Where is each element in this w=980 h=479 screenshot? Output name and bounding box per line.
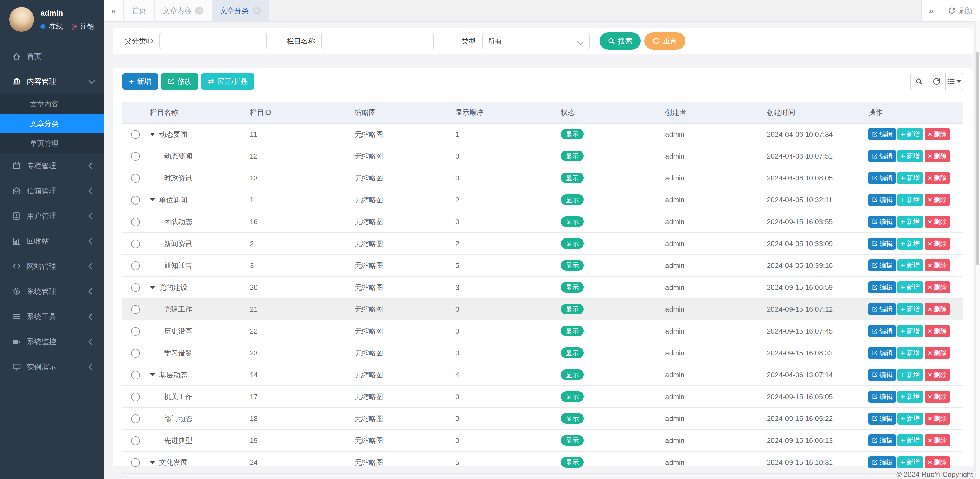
row-edit-button[interactable]: 编辑 bbox=[869, 259, 896, 272]
row-delete-button[interactable]: ×删除 bbox=[924, 194, 950, 206]
sidebar-item-content-mgmt[interactable]: 内容管理 bbox=[0, 69, 104, 94]
close-tab-icon[interactable]: × bbox=[195, 6, 203, 15]
row-radio[interactable] bbox=[131, 218, 140, 226]
row-radio[interactable] bbox=[131, 196, 140, 205]
sidebar-item-recycle-bin[interactable]: 回收站 bbox=[0, 229, 104, 254]
sidebar-subitem-article-content[interactable]: 文章内容 bbox=[0, 94, 104, 114]
row-edit-button[interactable]: 编辑 bbox=[869, 172, 896, 184]
caret-down-icon[interactable] bbox=[150, 461, 155, 464]
row-delete-button[interactable]: ×删除 bbox=[924, 150, 950, 162]
row-edit-button[interactable]: 编辑 bbox=[869, 369, 896, 381]
tab-home[interactable]: 首页 bbox=[124, 0, 155, 21]
row-edit-button[interactable]: 编辑 bbox=[869, 216, 896, 228]
category-name-input[interactable] bbox=[321, 33, 434, 49]
scrollbar-track[interactable] bbox=[975, 21, 980, 479]
row-delete-button[interactable]: ×删除 bbox=[924, 259, 950, 272]
row-edit-button[interactable]: 编辑 bbox=[869, 434, 896, 446]
row-delete-button[interactable]: ×删除 bbox=[924, 216, 950, 228]
reset-button[interactable]: 重置 bbox=[644, 32, 686, 50]
row-add-button[interactable]: +新增 bbox=[897, 456, 923, 468]
scrollbar-thumb[interactable] bbox=[976, 52, 980, 265]
row-radio[interactable] bbox=[131, 436, 140, 445]
sidebar-item-system-tools[interactable]: 系统工具 bbox=[0, 304, 104, 329]
row-edit-button[interactable]: 编辑 bbox=[869, 325, 896, 337]
caret-down-icon[interactable] bbox=[150, 373, 155, 377]
sidebar-item-home[interactable]: 首页 bbox=[0, 44, 104, 69]
row-add-button[interactable]: +新增 bbox=[897, 259, 923, 272]
parent-id-input[interactable] bbox=[159, 33, 267, 49]
row-delete-button[interactable]: ×删除 bbox=[924, 237, 950, 250]
row-edit-button[interactable]: 编辑 bbox=[869, 456, 896, 468]
add-button[interactable]: + 新增 bbox=[123, 73, 158, 90]
row-add-button[interactable]: +新增 bbox=[897, 237, 923, 250]
row-add-button[interactable]: +新增 bbox=[897, 369, 923, 381]
caret-down-icon[interactable] bbox=[150, 286, 155, 289]
row-radio[interactable] bbox=[131, 349, 140, 358]
row-add-button[interactable]: +新增 bbox=[897, 194, 923, 206]
row-add-button[interactable]: +新增 bbox=[897, 325, 923, 337]
row-radio[interactable] bbox=[131, 414, 140, 423]
sidebar-item-demo[interactable]: 实例演示 bbox=[0, 354, 104, 379]
search-button[interactable]: 搜索 bbox=[600, 32, 641, 50]
row-delete-button[interactable]: ×删除 bbox=[924, 369, 950, 381]
table-refresh-button[interactable] bbox=[928, 73, 945, 90]
row-edit-button[interactable]: 编辑 bbox=[869, 150, 896, 162]
refresh-tab-button[interactable]: 刷新 bbox=[941, 0, 980, 21]
row-delete-button[interactable]: ×删除 bbox=[924, 303, 950, 315]
row-add-button[interactable]: +新增 bbox=[897, 303, 923, 315]
caret-down-icon[interactable] bbox=[150, 198, 155, 202]
row-delete-button[interactable]: ×删除 bbox=[924, 128, 950, 140]
row-delete-button[interactable]: ×删除 bbox=[924, 172, 950, 184]
row-radio[interactable] bbox=[131, 261, 140, 270]
row-add-button[interactable]: +新增 bbox=[897, 434, 923, 446]
row-radio[interactable] bbox=[131, 130, 140, 139]
user-avatar[interactable] bbox=[9, 7, 34, 32]
row-add-button[interactable]: +新增 bbox=[897, 216, 923, 228]
row-edit-button[interactable]: 编辑 bbox=[869, 391, 896, 403]
sidebar-item-system-monitor[interactable]: 系统监控 bbox=[0, 329, 104, 354]
row-delete-button[interactable]: ×删除 bbox=[924, 281, 950, 293]
row-delete-button[interactable]: ×删除 bbox=[924, 456, 950, 468]
row-edit-button[interactable]: 编辑 bbox=[869, 194, 896, 206]
tabs-scroll-right-button[interactable]: » bbox=[921, 0, 941, 21]
logout-link[interactable]: 注销 bbox=[80, 22, 94, 31]
caret-down-icon[interactable] bbox=[150, 133, 155, 136]
row-add-button[interactable]: +新增 bbox=[897, 281, 923, 293]
row-radio[interactable] bbox=[131, 174, 140, 183]
close-tab-icon[interactable]: × bbox=[253, 6, 261, 15]
row-delete-button[interactable]: ×删除 bbox=[924, 347, 950, 359]
sidebar-item-website-mgmt[interactable]: 网站管理 bbox=[0, 254, 104, 279]
row-edit-button[interactable]: 编辑 bbox=[869, 347, 896, 359]
row-radio[interactable] bbox=[131, 393, 140, 401]
table-search-toggle-button[interactable] bbox=[910, 73, 928, 90]
tab-article-content[interactable]: 文章内容 × bbox=[155, 0, 212, 21]
table-columns-button[interactable] bbox=[945, 73, 963, 90]
sidebar-item-system-mgmt[interactable]: 系统管理 bbox=[0, 279, 104, 304]
row-radio[interactable] bbox=[131, 240, 140, 248]
row-add-button[interactable]: +新增 bbox=[897, 150, 923, 162]
row-edit-button[interactable]: 编辑 bbox=[869, 412, 896, 425]
row-radio[interactable] bbox=[131, 305, 140, 314]
row-add-button[interactable]: +新增 bbox=[897, 412, 923, 425]
type-select[interactable]: 所有 bbox=[482, 33, 590, 49]
row-delete-button[interactable]: ×删除 bbox=[924, 412, 950, 425]
tabs-scroll-left-button[interactable]: « bbox=[104, 0, 124, 21]
row-radio[interactable] bbox=[131, 371, 140, 379]
row-edit-button[interactable]: 编辑 bbox=[869, 303, 896, 315]
sidebar-item-column-mgmt[interactable]: 专栏管理 bbox=[0, 153, 104, 178]
sidebar-subitem-article-category[interactable]: 文章分类 bbox=[0, 114, 104, 134]
row-add-button[interactable]: +新增 bbox=[897, 347, 923, 359]
row-delete-button[interactable]: ×删除 bbox=[924, 391, 950, 403]
row-radio[interactable] bbox=[131, 152, 140, 161]
row-radio[interactable] bbox=[131, 283, 140, 292]
row-radio[interactable] bbox=[131, 327, 140, 336]
row-add-button[interactable]: +新增 bbox=[897, 128, 923, 140]
sidebar-item-mailbox-mgmt[interactable]: 信箱管理 bbox=[0, 178, 104, 204]
row-add-button[interactable]: +新增 bbox=[897, 172, 923, 184]
sidebar-item-user-mgmt[interactable]: 用户管理 bbox=[0, 204, 104, 229]
row-radio[interactable] bbox=[131, 458, 140, 467]
tab-article-category[interactable]: 文章分类 × bbox=[212, 0, 269, 21]
row-add-button[interactable]: +新增 bbox=[897, 391, 923, 403]
row-edit-button[interactable]: 编辑 bbox=[869, 237, 896, 250]
row-edit-button[interactable]: 编辑 bbox=[869, 128, 896, 140]
